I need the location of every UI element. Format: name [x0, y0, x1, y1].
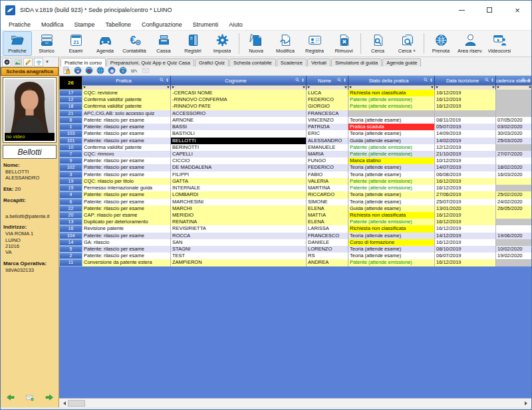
cell-stato[interactable]: Richiesta non classificata — [348, 212, 435, 219]
row-number-cell[interactable]: 2 — [59, 253, 82, 259]
column-filter-strip[interactable] — [435, 85, 495, 90]
cell-cognome[interactable]: RENATINA — [171, 219, 307, 225]
cell-stato[interactable]: Teoria (attende esame) — [348, 233, 435, 239]
scrollbar-thumb[interactable] — [68, 400, 85, 407]
cell-scadenza-statino[interactable] — [496, 110, 531, 117]
cell-data-iscrizione[interactable]: 16/12/2019 — [435, 239, 496, 246]
cell-scadenza-statino[interactable]: 27/07/2020 — [496, 151, 531, 157]
cell-scadenza-statino[interactable] — [496, 178, 531, 185]
table-row[interactable]: 16Revisione patenteREVISIRIETTALARISSARi… — [59, 225, 531, 232]
table-row[interactable]: 15Permesso internazionale guidaINTERNALE… — [59, 185, 531, 191]
signature-box[interactable]: Bellotti — [3, 145, 57, 159]
cell-cognome[interactable]: INTERNALE — [171, 185, 307, 191]
table-row[interactable]: 8Patente: rilascio per esameARNONEVINCEN… — [59, 117, 531, 124]
cell-stato[interactable] — [348, 110, 435, 117]
cell-pratica[interactable]: Duplicato per deterioramento — [82, 219, 171, 225]
row-number-cell[interactable]: 7 — [59, 151, 82, 157]
cell-scadenza-statino[interactable] — [496, 212, 531, 219]
prenota-button[interactable]: Prenota — [426, 31, 456, 56]
row-number-cell[interactable]: 104 — [59, 233, 82, 239]
table-row[interactable]: 5Patente: rilascio per esameSTAGNILORENZ… — [59, 246, 531, 253]
cell-cognome[interactable]: CAPELLI — [171, 151, 307, 157]
table-row[interactable]: 102Patente: rilascio per esameDE MADDALE… — [59, 164, 531, 171]
cell-nome[interactable]: FRANCESCA — [307, 110, 348, 117]
cell-pratica[interactable]: CAP: rilascio per esame — [82, 212, 171, 219]
cell-nome[interactable]: SIMONE — [307, 199, 348, 205]
cell-cognome[interactable]: -RINNOVO CONFERMA — [171, 96, 307, 103]
cell-stato[interactable]: Teoria (attende esame) — [348, 117, 435, 124]
row-number-cell[interactable]: 9 — [59, 157, 82, 164]
cell-pratica[interactable]: Conversione da patente estera — [82, 259, 171, 266]
cerca-button[interactable]: Cerca + — [392, 31, 422, 56]
row-number-cell[interactable]: 101 — [59, 138, 82, 144]
column-header-stato-della-pratica[interactable]: Stato della pratica — [348, 76, 435, 90]
menu-tabellone[interactable]: Tabellone — [100, 20, 137, 29]
cell-cognome[interactable]: BASTIOLI — [171, 130, 307, 137]
cell-pratica[interactable]: Patente: rilascio per esame — [82, 191, 171, 198]
cell-stato[interactable]: Patente (attende emissione) — [348, 185, 435, 191]
cell-nome[interactable]: FUNGO — [307, 157, 348, 164]
cell-nome[interactable]: LUCA — [307, 90, 348, 96]
table-row[interactable]: 104Patente: rilascio per esameROCCAFRANC… — [59, 233, 531, 239]
cell-scadenza-statino[interactable]: 18/02/2020 — [496, 164, 531, 171]
column-filter-strip[interactable] — [82, 85, 170, 90]
cell-cognome[interactable]: SAN — [171, 239, 307, 246]
tab-agenda-guide[interactable]: Agenda guide — [382, 58, 421, 66]
column-header-scadenza-statino[interactable]: Scadenza statino — [496, 76, 531, 90]
menu-aiuto[interactable]: Aiuto — [223, 20, 248, 29]
row-number-cell[interactable]: 11 — [59, 259, 82, 266]
cell-nome[interactable]: LARISSA — [307, 225, 348, 232]
cell-stato[interactable]: Teoria (attende esame) — [348, 171, 435, 178]
cell-pratica[interactable]: Conferma validita' patente — [82, 96, 171, 103]
videocorsi-button[interactable]: Videocorsi — [485, 31, 514, 56]
cell-cognome[interactable]: ROCCA — [171, 233, 307, 239]
esami-button[interactable]: 21Esami — [61, 31, 90, 56]
pratiche-button[interactable]: Pratiche — [3, 31, 32, 56]
cell-nome[interactable]: FABIO — [307, 171, 348, 178]
cell-data-iscrizione[interactable]: 16/12/2019 — [435, 219, 496, 225]
row-number-cell[interactable]: 3 — [59, 171, 82, 178]
cell-stato[interactable]: Patente (attende emissione) — [348, 96, 435, 103]
cell-data-iscrizione[interactable]: 25/07/2019 — [435, 199, 496, 205]
cell-pratica[interactable]: CQC: rinnovo — [82, 151, 171, 157]
cell-data-iscrizione[interactable]: 12/12/2019 — [435, 144, 496, 151]
cell-data-iscrizione[interactable]: 16/12/2019 — [435, 96, 496, 103]
column-caption[interactable]: Stato della pratica — [348, 76, 434, 85]
cell-stato[interactable]: Patente (attende emissione) — [348, 259, 435, 266]
cell-nome[interactable]: DANIELE — [307, 239, 348, 246]
table-row[interactable]: 18Conferma validita' patente-RINNOVO PAT… — [59, 103, 531, 110]
cell-pratica[interactable]: Patente: rilascio per esame — [82, 164, 171, 171]
cell-cognome[interactable]: TEST — [171, 253, 307, 259]
row-number-cell[interactable]: 14 — [59, 239, 82, 246]
cell-stato[interactable]: Patente (attende emissione) — [348, 219, 435, 225]
column-filter-strip[interactable] — [171, 85, 306, 90]
column-header-data-iscrizione[interactable]: Data iscrizione — [435, 76, 496, 90]
sync-gear-icon-button[interactable] — [119, 65, 127, 77]
cell-cognome[interactable]: REVISIRIETTA — [171, 225, 307, 232]
cell-stato[interactable]: Teoria (attende esame) — [348, 164, 435, 171]
imposta-button[interactable]: Imposta — [207, 31, 237, 56]
cell-data-iscrizione[interactable]: 14/02/2019 — [435, 138, 496, 144]
cell-nome[interactable]: GIORGIO — [307, 103, 348, 110]
table-row[interactable]: 22Patente: rilascio per esameMARCHIELENA… — [59, 205, 531, 212]
row-number-cell[interactable]: 13 — [59, 219, 82, 225]
cell-pratica[interactable]: Patente: rilascio per esame — [82, 205, 171, 212]
cell-pratica[interactable]: CQC: revisione — [82, 90, 171, 96]
cell-nome[interactable]: ALESSANDRO — [307, 138, 348, 144]
cell-pratica[interactable]: Patente: rilascio per esame — [82, 157, 171, 164]
cell-stato[interactable]: Patente (attende emissione) — [348, 103, 435, 110]
prev-arrow-icon-button[interactable] — [6, 392, 15, 404]
cell-scadenza-statino[interactable] — [496, 239, 531, 246]
cell-scadenza-statino[interactable]: 26/05/2020 — [496, 205, 531, 212]
send-mail-icon-button[interactable] — [25, 392, 35, 404]
cell-scadenza-statino[interactable] — [496, 259, 531, 266]
horizontal-scrollbar[interactable] — [59, 398, 531, 407]
row-count-badge[interactable]: 26 — [59, 76, 82, 90]
cell-pratica[interactable]: Patente: rilascio per esame — [82, 124, 171, 130]
doc-lock-icon-button[interactable] — [63, 65, 70, 77]
table-row[interactable]: 103Patente: rilascio per esameBASTIOLIER… — [59, 130, 531, 137]
cell-stato[interactable]: Teoria (attende esame) — [348, 130, 435, 137]
cerca-button[interactable]: Cerca — [363, 31, 392, 56]
scanner-icon-button[interactable] — [34, 58, 43, 66]
table-row[interactable]: 10Conferma validita' patenteBERINOTTIEMA… — [59, 144, 531, 151]
